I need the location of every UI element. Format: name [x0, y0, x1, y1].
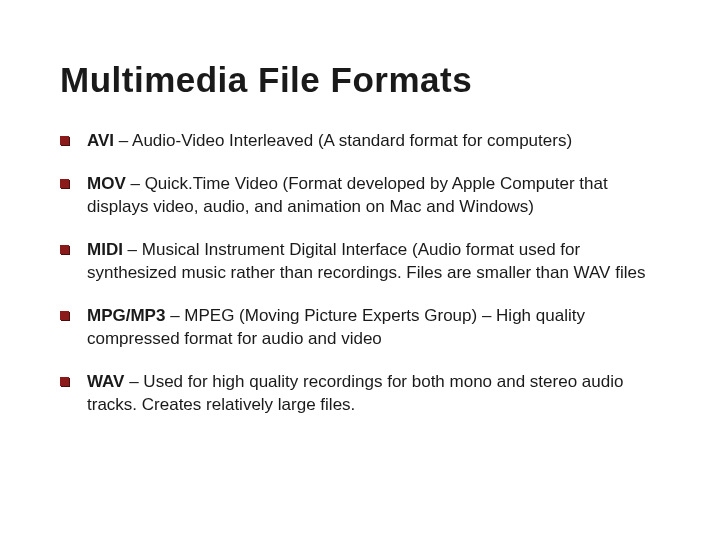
square-bullet-icon [60, 245, 69, 254]
list-item: MOV – Quick.Time Video (Format developed… [60, 173, 670, 219]
list-item-text: WAV – Used for high quality recordings f… [87, 371, 670, 417]
list-item-text: AVI – Audio-Video Interleaved (A standar… [87, 130, 670, 153]
list-item: MIDI – Musical Instrument Digital Interf… [60, 239, 670, 285]
list-item: WAV – Used for high quality recordings f… [60, 371, 670, 417]
square-bullet-icon [60, 179, 69, 188]
square-bullet-icon [60, 136, 69, 145]
square-bullet-icon [60, 377, 69, 386]
list-item-text: MIDI – Musical Instrument Digital Interf… [87, 239, 670, 285]
bullet-list: AVI – Audio-Video Interleaved (A standar… [60, 130, 670, 416]
list-item: AVI – Audio-Video Interleaved (A standar… [60, 130, 670, 153]
slide-title: Multimedia File Formats [60, 60, 670, 100]
square-bullet-icon [60, 311, 69, 320]
list-item-text: MPG/MP3 – MPEG (Moving Picture Experts G… [87, 305, 670, 351]
list-item-text: MOV – Quick.Time Video (Format developed… [87, 173, 670, 219]
list-item: MPG/MP3 – MPEG (Moving Picture Experts G… [60, 305, 670, 351]
